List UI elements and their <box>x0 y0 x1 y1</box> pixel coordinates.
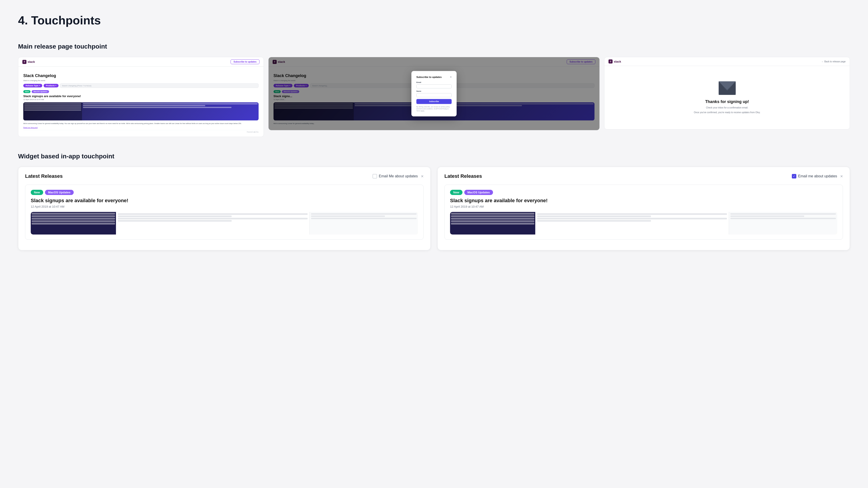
subscribe-button-default[interactable]: Subscribe to updates <box>230 59 259 64</box>
slack-logo-default: # slack <box>22 60 35 64</box>
entry-card-title-unchecked: Slack signups are available for everyone… <box>31 198 418 203</box>
badge-macos-checked: MacOS Updates <box>464 190 493 195</box>
changelog-title-default: Slack Changelog <box>23 73 258 78</box>
slack-logo-icon: # <box>22 60 26 64</box>
entry-card-tags-checked: New MacOS Updates <box>450 190 837 195</box>
back-to-release-link[interactable]: ← Back to release page <box>822 60 846 63</box>
release-panel-modal: Subscribe to updates × Email Name Subscr… <box>268 57 600 130</box>
modal-email-input[interactable] <box>416 84 452 88</box>
close-widget-checked[interactable]: × <box>840 174 843 179</box>
modal-name-label: Name <box>416 90 452 92</box>
page-title: 4. Touchpoints <box>18 13 850 27</box>
email-checkbox-unchecked[interactable] <box>373 174 377 178</box>
entry-card-date-checked: 12 April 2019 at 10:47 AM <box>450 205 837 208</box>
email-me-row-checked: ✓ Email me about updates <box>792 174 837 178</box>
entry-card-image-unchecked <box>31 212 418 234</box>
entry-tags-default: New MacOS Updates <box>23 90 258 93</box>
widget-header-checked: Latest Releases ✓ Email me about updates… <box>444 173 843 179</box>
panel-topbar-default: # slack Subscribe to updates <box>18 57 264 67</box>
release-panels-row: # slack Subscribe to updates Slack Chang… <box>18 57 850 137</box>
tag-macos-default: MacOS Updates <box>32 90 49 93</box>
entry-card-checked: New MacOS Updates Slack signups are avai… <box>444 185 843 240</box>
changelog-subtitle: Slack is changing the world <box>23 79 258 82</box>
widget-panels-row: Latest Releases Email Me about updates ×… <box>18 167 850 250</box>
email-me-row-unchecked: Email Me about updates <box>373 174 418 178</box>
entry-title-default: Slack signups are available for everyone… <box>23 94 258 98</box>
confirmation-content: Thanks for signing up! Check your inbox … <box>604 66 850 129</box>
slack-logo-confirm: # slack <box>609 59 621 64</box>
widget-header-unchecked: Latest Releases Email Me about updates × <box>25 173 424 179</box>
search-box-mini: Search changelog (Press '/' to focus) <box>60 84 258 88</box>
filter-products[interactable]: Products ▾ <box>43 84 59 88</box>
confirm-title: Thanks for signing up! <box>705 99 749 104</box>
entry-date-default: 12 April 2019 at 10:47 AM <box>23 98 258 101</box>
badge-macos-unchecked: MacOS Updates <box>45 190 74 195</box>
panel-topbar-confirm: # slack ← Back to release page <box>604 57 850 66</box>
envelope-icon <box>718 81 736 95</box>
entry-card-title-checked: Slack signups are available for everyone… <box>450 198 837 203</box>
modal-name-input[interactable] <box>416 93 452 97</box>
subscribe-modal: Subscribe to updates × Email Name Subscr… <box>411 71 457 116</box>
widget-title-unchecked: Latest Releases <box>25 173 63 179</box>
entry-body-default: We're announcing Linear for general avai… <box>23 122 258 125</box>
read-blog-link-default[interactable]: Read our blog post <box>23 127 37 129</box>
email-me-label-unchecked: Email Me about updates <box>379 174 418 178</box>
modal-email-label: Email <box>416 81 452 84</box>
widget-section-title: Widget based in-app touchpoint <box>18 153 850 160</box>
badge-new-checked: New <box>450 190 463 195</box>
panel-content-default: Slack Changelog Slack is changing the wo… <box>18 67 264 137</box>
confirm-sub-1: Check your inbox for a confirmation emai… <box>706 106 748 109</box>
powered-by-default: Powered by ◆ Olvy <box>23 130 258 133</box>
entry-image-default <box>23 102 258 121</box>
filter-release-type[interactable]: Release Type ▾ <box>23 84 42 88</box>
close-widget-unchecked[interactable]: × <box>421 174 424 179</box>
widget-title-checked: Latest Releases <box>444 173 482 179</box>
badge-new-unchecked: New <box>31 190 43 195</box>
release-panel-confirm: # slack ← Back to release page Thanks fo… <box>604 57 850 129</box>
confirm-sub-2: Once you've confirmed, you're ready to r… <box>694 111 760 114</box>
mock-app-screen <box>23 102 258 121</box>
modal-subscribe-button[interactable]: Subscribe <box>416 99 452 104</box>
tag-new-default: New <box>23 90 31 93</box>
modal-title: Subscribe to updates <box>416 76 442 78</box>
release-panel-default: # slack Subscribe to updates Slack Chang… <box>18 57 264 137</box>
email-me-label-checked: Email me about updates <box>798 174 837 178</box>
entry-card-image-checked <box>450 212 837 234</box>
modal-close-button[interactable]: × <box>450 75 452 78</box>
filter-row-default: Release Type ▾ Products ▾ Search changel… <box>23 84 258 88</box>
entry-card-date-unchecked: 12 April 2019 at 10:47 AM <box>31 205 418 208</box>
widget-card-unchecked: Latest Releases Email Me about updates ×… <box>18 167 431 250</box>
modal-header: Subscribe to updates × <box>416 75 452 78</box>
release-section-title: Main release page touchpoint <box>18 43 850 50</box>
release-section: Main release page touchpoint # slack Sub… <box>18 43 850 137</box>
entry-card-unchecked: New MacOS Updates Slack signups are avai… <box>25 185 424 240</box>
widget-section: Widget based in-app touchpoint Latest Re… <box>18 153 850 250</box>
widget-card-checked: Latest Releases ✓ Email me about updates… <box>437 167 850 250</box>
entry-card-tags-unchecked: New MacOS Updates <box>31 190 418 195</box>
mock-sidebar <box>23 102 82 121</box>
email-checkbox-checked[interactable]: ✓ <box>792 174 796 178</box>
modal-fine-print: By clicking subscribe, you accept our pr… <box>416 106 452 112</box>
